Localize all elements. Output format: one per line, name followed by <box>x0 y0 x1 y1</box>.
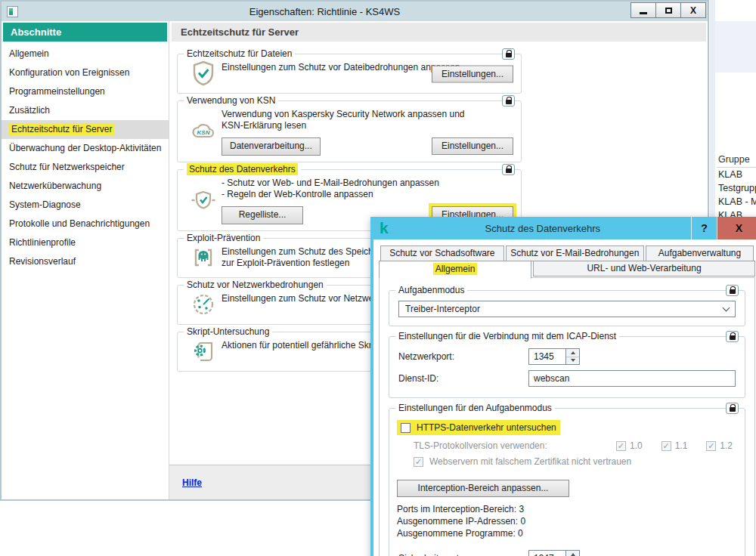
window-title: Eigenschaften: Richtlinie - KS4WS <box>18 6 631 17</box>
network-radar-icon <box>185 291 222 318</box>
security-port-value[interactable]: 1347 <box>528 550 566 556</box>
network-port-spinner[interactable]: 1345 <box>528 348 580 365</box>
tls-1-0-checkbox[interactable] <box>616 441 626 451</box>
security-port-label: Sicherheitsport: <box>398 553 528 556</box>
sidebar: Abschnitte Allgemein Konfiguration von E… <box>2 21 169 499</box>
lock-icon[interactable] <box>502 164 515 175</box>
screen: Gruppe KLAB Testgrupp KLAB - M KLAB Eige… <box>0 0 756 556</box>
sidebar-item-echtzeitschutz-server[interactable]: Echtzeitschutz für Server <box>2 120 169 139</box>
tls-1-1-checkbox[interactable] <box>662 441 671 451</box>
https-checkbox-label: HTTPS-Datenverkehr untersuchen <box>417 422 556 433</box>
untrusted-cert-checkbox[interactable] <box>414 457 423 467</box>
tab-allgemein[interactable]: Allgemein <box>379 261 531 279</box>
sidebar-item-protokolle[interactable]: Protokolle und Benachrichtigungen <box>2 215 169 233</box>
sidebar-item-ereignisse[interactable]: Konfiguration von Ereignissen <box>2 63 169 82</box>
section-title: Exploit-Prävention <box>184 233 263 243</box>
background-window-band <box>715 21 756 73</box>
tab-url-und-web-verarbeitung[interactable]: URL- und Web-Verarbeitung <box>533 261 755 276</box>
window-titlebar[interactable]: Eigenschaften: Richtlinie - KS4WS X <box>2 2 708 21</box>
chevron-down-icon <box>723 304 730 311</box>
group-title: Einstellungen für die Verbindung mit dem… <box>395 331 619 341</box>
settings-button[interactable]: Einstellungen... <box>432 137 513 155</box>
rule-list-button[interactable]: Regelliste... <box>222 206 303 224</box>
lock-icon[interactable] <box>502 95 515 107</box>
svg-text:KSN: KSN <box>197 129 210 136</box>
group-list-header: Gruppe <box>717 153 756 168</box>
sidebar-item-allgemein[interactable]: Allgemein <box>2 45 169 63</box>
group-aufgabenmodus: Aufgabenmodus Treiber-Interceptor <box>389 290 745 326</box>
network-port-value[interactable]: 1345 <box>528 348 566 365</box>
exploit-icon <box>185 244 222 271</box>
stats-line: Ausgenommene IP-Adressen: 0 <box>397 516 737 527</box>
section-echtzeitschutz-dateien: Echtzeitschutz für Dateien Einstellungen… <box>177 54 522 94</box>
maximize-button[interactable] <box>655 2 681 18</box>
stats-line: Ausgenommene Programme: 0 <box>397 528 737 539</box>
dialog-close-button[interactable]: X <box>717 217 756 239</box>
interception-range-button[interactable]: Interception-Bereich anpassen... <box>397 480 569 497</box>
help-link[interactable]: Hilfe <box>182 477 202 488</box>
close-button[interactable]: X <box>680 2 706 18</box>
sidebar-item-system-diagnose[interactable]: System-Diagnose <box>2 196 169 215</box>
lock-icon[interactable] <box>726 285 739 296</box>
sidebar-item-netzwerkspeicher[interactable]: Schutz für Netzwerkspeicher <box>2 158 169 177</box>
group-aufgabenmodus-einstellungen: Einstellungen für den Aufgabenmodus HTTP… <box>389 408 745 556</box>
lock-icon[interactable] <box>726 403 739 414</box>
minimize-icon <box>640 12 647 14</box>
tls-version-label: TLS-Protokollversion verwenden: <box>414 440 547 451</box>
group-icap-verbindung: Einstellungen für die Verbindung mit dem… <box>389 336 745 398</box>
app-icon <box>7 6 18 17</box>
security-port-spinner[interactable]: 1347 <box>528 550 580 556</box>
group-list-row[interactable]: KLAB <box>717 168 756 181</box>
sidebar-item-richtlinienprofile[interactable]: Richtlinienprofile <box>2 233 169 252</box>
https-checkbox-row: HTTPS-Datenverkehr untersuchen <box>397 420 560 435</box>
section-title: Echtzeitschutz für Dateien <box>184 48 295 59</box>
dialog-help-button[interactable]: ? <box>691 217 717 239</box>
task-mode-select[interactable]: Treiber-Interceptor <box>398 301 736 317</box>
sidebar-item-revisionsverlauf[interactable]: Revisionsverlauf <box>2 252 169 271</box>
script-gear-icon <box>185 338 222 365</box>
traffic-protection-dialog: k Schutz des Datenverkehrs ? X Schutz vo… <box>370 217 756 556</box>
section-title: Skript-Untersuchung <box>184 326 272 337</box>
tab-panel-allgemein: Aufgabenmodus Treiber-Interceptor Einste… <box>379 277 755 556</box>
group-list-row[interactable]: Testgrupp <box>717 181 756 195</box>
tab-schutz-vor-email-bedrohungen[interactable]: Schutz vor E-Mail-Bedrohungen <box>506 246 644 261</box>
minimize-button[interactable] <box>631 2 656 18</box>
spinner-up-icon[interactable] <box>566 349 579 357</box>
shield-check-icon <box>185 60 222 87</box>
task-mode-value: Treiber-Interceptor <box>405 304 480 314</box>
tab-schutz-vor-schadsoftware[interactable]: Schutz vor Schadsoftware <box>380 246 504 261</box>
group-title: Einstellungen für den Aufgabenmodus <box>395 403 555 413</box>
sidebar-item-label: Echtzeitschutz für Server <box>9 123 114 135</box>
group-title: Aufgabenmodus <box>395 285 467 295</box>
traffic-shield-icon <box>185 175 222 224</box>
sidebar-item-zusaetzlich[interactable]: Zusätzlich <box>2 101 169 120</box>
dialog-body: Schutz vor Schadsoftware Schutz vor E-Ma… <box>373 239 756 556</box>
tls-1-2-checkbox[interactable] <box>706 441 716 451</box>
ksn-cloud-icon: KSN <box>185 107 222 156</box>
https-checkbox[interactable] <box>401 423 411 433</box>
section-title: Verwendung von KSN <box>184 95 278 106</box>
service-id-input[interactable] <box>528 370 736 387</box>
dialog-titlebar[interactable]: k Schutz des Datenverkehrs ? X <box>373 217 756 239</box>
maximize-icon <box>665 8 672 14</box>
spinner-down-icon[interactable] <box>566 357 579 365</box>
group-list: Gruppe KLAB Testgrupp KLAB - M KLAB <box>717 153 756 222</box>
spinner-up-icon[interactable] <box>566 551 579 556</box>
interception-stats: Ports im Interception-Bereich: 3 Ausgeno… <box>397 504 737 539</box>
group-list-row[interactable]: KLAB - M <box>717 195 756 208</box>
settings-button[interactable]: Einstellungen... <box>432 65 513 82</box>
service-id-label: Dienst-ID: <box>398 373 528 384</box>
lock-icon[interactable] <box>726 331 739 342</box>
tab-aufgabenverwaltung[interactable]: Aufgabenverwaltung <box>646 246 754 261</box>
sidebar-item-netzwerkueberwachung[interactable]: Netzwerküberwachung <box>2 177 169 196</box>
data-processing-button[interactable]: Datenverarbeitung... <box>222 137 321 156</box>
sidebar-header: Abschnitte <box>3 23 167 42</box>
sidebar-item-programmeinstellungen[interactable]: Programmeinstellungen <box>2 82 169 101</box>
lock-icon[interactable] <box>502 48 515 60</box>
untrusted-cert-label: Webservern mit falschem Zertifikat nicht… <box>429 456 631 467</box>
section-title: Schutz des Datenverkehrs <box>184 164 301 175</box>
kaspersky-logo-icon: k <box>373 220 395 237</box>
dialog-title: Schutz des Datenverkehrs <box>395 223 691 234</box>
sidebar-item-desktop-aktivitaeten[interactable]: Überwachung der Desktop-Aktivitäten <box>2 139 169 158</box>
section-title: Schutz vor Netzwerkbedrohungen <box>184 280 327 290</box>
